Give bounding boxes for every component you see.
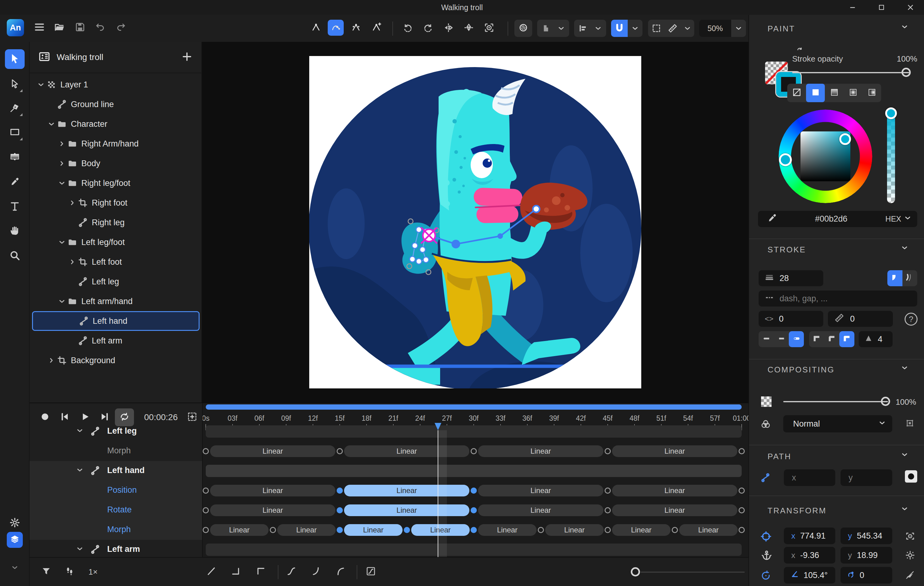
text-tool[interactable] — [5, 197, 25, 217]
layer-item-left-leg[interactable]: Left leg — [32, 272, 200, 291]
group-summary-bar[interactable] — [206, 543, 742, 556]
keyframe[interactable] — [337, 487, 343, 494]
chevron-down-icon[interactable] — [57, 237, 67, 247]
path-section-header[interactable]: PATH — [749, 452, 924, 466]
paint-angular-button[interactable] — [862, 84, 881, 102]
cap-round-button[interactable] — [789, 331, 804, 347]
keyframe[interactable] — [605, 487, 611, 494]
chevron-right-icon[interactable] — [57, 138, 67, 149]
marquee-measure-dropdown[interactable] — [648, 20, 694, 37]
layer-item-left-arm[interactable]: Left arm — [32, 331, 200, 351]
pen-tool[interactable] — [5, 99, 25, 118]
keyframe[interactable] — [470, 507, 477, 514]
stroke-help-button[interactable]: ? — [904, 313, 917, 326]
chevron-right-icon[interactable] — [67, 257, 78, 267]
custom-curve-button[interactable] — [362, 558, 380, 586]
stroke-align-outside-button[interactable] — [903, 270, 917, 286]
turns-field[interactable]: 0 — [840, 567, 892, 584]
eyedropper-icon[interactable] — [767, 213, 777, 225]
transform-section-header[interactable]: TRANSFORM — [749, 506, 924, 520]
keyframe[interactable] — [203, 448, 209, 454]
property-label[interactable]: Position — [107, 486, 137, 495]
chevron-down-icon[interactable] — [57, 178, 67, 188]
track-label[interactable]: Left hand — [107, 466, 145, 475]
path-x-field[interactable]: x — [784, 469, 835, 486]
keyframe[interactable] — [672, 527, 678, 533]
keyframe[interactable] — [739, 487, 745, 494]
layer-item-left-foot[interactable]: Left foot — [32, 252, 200, 272]
group-summary-bar[interactable] — [206, 425, 742, 438]
redo-button[interactable] — [112, 19, 129, 36]
keyframe[interactable] — [470, 487, 477, 494]
keyframe[interactable] — [203, 487, 209, 494]
stroke-opacity-handle[interactable] — [901, 68, 911, 77]
position-x-field[interactable]: x774.91 — [784, 528, 835, 544]
trim-length-field[interactable]: 0 — [828, 311, 893, 327]
property-label[interactable]: Morph — [107, 525, 131, 534]
zoom-tool[interactable] — [5, 246, 25, 266]
chevron-down-icon[interactable] — [76, 426, 84, 437]
layer-item-right-leg[interactable]: Right leg — [32, 213, 200, 232]
layer-item-ground-line[interactable]: Ground line — [32, 94, 200, 114]
snap-dropdown[interactable] — [611, 20, 642, 37]
timeline-range-bar[interactable] — [206, 405, 742, 410]
sv-handle[interactable] — [839, 133, 851, 145]
flip-vertical-button[interactable] — [460, 20, 477, 37]
track-label[interactable]: Left leg — [107, 426, 137, 436]
focus-origin-button[interactable] — [480, 20, 498, 37]
stroke-opacity-track[interactable] — [792, 72, 909, 73]
keyframe[interactable] — [739, 448, 745, 454]
walk-cycle-button[interactable] — [61, 558, 78, 586]
add-node-tool-button[interactable] — [368, 20, 384, 36]
keyframe[interactable] — [605, 448, 611, 454]
interp-linear-button[interactable] — [203, 558, 220, 586]
interpolation-span[interactable]: Linear — [612, 485, 738, 496]
maximize-button[interactable] — [871, 0, 892, 15]
chevron-down-icon[interactable] — [76, 466, 84, 476]
rotation-field[interactable]: 105.4° — [784, 567, 835, 584]
interpolation-span[interactable]: Linear — [478, 504, 603, 516]
chevron-down-icon[interactable] — [46, 119, 57, 129]
chevron-right-icon[interactable] — [46, 355, 57, 365]
keyframe[interactable] — [470, 527, 477, 533]
boolean-dropdown[interactable] — [537, 20, 569, 37]
layer-item-layer-1[interactable]: Layer 1 — [32, 75, 200, 94]
rotate-cw-button[interactable] — [419, 20, 437, 37]
filter-button[interactable] — [38, 558, 55, 586]
bend-tool-button[interactable] — [328, 20, 344, 36]
vertex-fill-button[interactable] — [905, 470, 917, 482]
keyframe[interactable] — [605, 527, 611, 533]
interpolation-span[interactable]: Linear — [478, 445, 603, 457]
paint-none-button[interactable] — [787, 84, 806, 102]
align-dropdown[interactable] — [574, 20, 606, 37]
blend-mode-dropdown[interactable]: Normal — [783, 415, 892, 433]
join-round-button[interactable] — [839, 331, 855, 347]
layer-item-left-hand[interactable]: Left hand — [32, 311, 200, 331]
interpolation-span[interactable]: Linear — [545, 524, 604, 536]
paint-section-header[interactable]: PAINT — [749, 24, 924, 38]
track-label[interactable]: Left arm — [107, 545, 140, 554]
layer-item-character[interactable]: Character — [32, 114, 200, 134]
keyframe[interactable] — [404, 527, 410, 533]
save-button[interactable] — [71, 19, 89, 36]
join-miter-button[interactable] — [809, 331, 824, 347]
timeline-zoom-handle[interactable] — [631, 567, 640, 576]
open-file-button[interactable] — [51, 19, 68, 36]
interpolation-span[interactable]: Linear — [679, 524, 738, 536]
interp-hold-start-button[interactable] — [252, 558, 269, 586]
keyframe[interactable] — [337, 527, 343, 533]
interpolation-span[interactable]: Linear — [344, 504, 469, 516]
ease-out-button[interactable] — [307, 558, 325, 586]
origin-dashed-icon[interactable] — [904, 550, 916, 562]
app-logo[interactable]: An — [7, 19, 24, 36]
playhead-handle[interactable] — [435, 423, 441, 430]
dash-offset-field[interactable]: <> 0 — [759, 311, 823, 327]
reset-rotation-icon[interactable] — [904, 570, 915, 581]
layer-item-left-leg-foot[interactable]: Left leg/foot — [32, 232, 200, 252]
rectangle-tool[interactable] — [5, 123, 25, 143]
interpolation-span[interactable]: Linear — [210, 485, 335, 496]
mask-icon[interactable] — [904, 418, 915, 430]
keyframe[interactable] — [538, 527, 544, 533]
layer-item-right-leg-foot[interactable]: Right leg/foot — [32, 173, 200, 193]
path-y-field[interactable]: y — [840, 469, 892, 486]
